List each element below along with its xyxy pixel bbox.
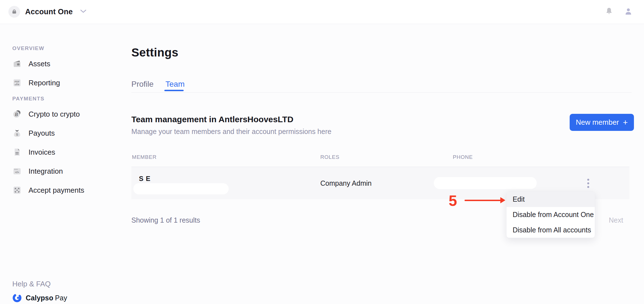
sidebar-item-accept-payments[interactable]: Accept payments: [12, 184, 107, 196]
sidebar-item-crypto-to-crypto[interactable]: B Crypto to crypto: [12, 108, 107, 120]
tabs-divider: [131, 92, 632, 93]
column-header-roles: ROLES: [320, 154, 339, 160]
help-faq-link[interactable]: Help & FAQ: [12, 280, 51, 288]
sidebar-item-assets[interactable]: Assets: [12, 58, 107, 70]
svg-text:PDF: PDF: [15, 80, 20, 83]
member-name-redacted: [133, 183, 229, 194]
moneybag-icon: S: [12, 128, 22, 138]
plus-icon: +: [623, 118, 628, 127]
column-header-phone: PHONE: [453, 154, 473, 160]
bitcoin-icon: B: [12, 109, 22, 119]
column-header-member: MEMBER: [132, 154, 157, 160]
account-avatar: [8, 6, 20, 18]
top-bar: Account One: [0, 0, 644, 24]
member-phone-redacted: [434, 177, 537, 189]
sidebar-item-payouts[interactable]: S Payouts: [12, 127, 107, 139]
page: Account One OVERVIEW: [0, 0, 644, 304]
annotation-arrow: [465, 200, 501, 201]
sidebar-item-label: Reporting: [29, 79, 60, 87]
qr-icon: [12, 185, 22, 195]
row-actions-kebab-icon[interactable]: [584, 176, 593, 190]
menu-item-disable-account-one[interactable]: Disable from Account One: [506, 207, 595, 222]
active-tab-underline: [164, 90, 184, 91]
sidebar-item-label: Assets: [29, 60, 50, 68]
brand-name-secondary: Pay: [55, 294, 67, 302]
row-context-menu: Edit Disable from Account One Disable fr…: [506, 191, 595, 238]
topbar-icons: [605, 0, 633, 24]
menu-item-disable-all-accounts[interactable]: Disable from All accounts: [506, 222, 595, 238]
sidebar-item-invoices[interactable]: Invoices: [12, 146, 107, 158]
wallet-icon: [12, 59, 22, 69]
svg-text:S: S: [16, 133, 18, 136]
team-subheading: Manage your team members and their accou…: [131, 128, 332, 136]
page-title: Settings: [131, 46, 178, 59]
tab-team[interactable]: Team: [165, 80, 184, 89]
tab-profile[interactable]: Profile: [131, 80, 153, 89]
pdf-report-icon: PDF: [12, 78, 22, 88]
new-member-button[interactable]: New member +: [570, 114, 634, 131]
member-initials: S E: [139, 175, 151, 183]
svg-text:B: B: [15, 112, 18, 117]
chevron-down-icon: [80, 9, 87, 15]
menu-item-edit[interactable]: Edit: [506, 192, 595, 207]
brand-logo: CalypsoPay: [12, 293, 67, 303]
sidebar-item-label: Invoices: [29, 148, 55, 157]
sidebar-item-label: Payouts: [29, 129, 55, 138]
brand-name-primary: Calypso: [26, 294, 53, 302]
code-icon: </>: [12, 166, 22, 176]
member-role: Company Admin: [320, 179, 371, 187]
sidebar-item-label: Integration: [29, 167, 63, 176]
briefcase-icon: [11, 8, 18, 15]
svg-text:</>: </>: [15, 171, 19, 174]
account-name: Account One: [25, 8, 73, 16]
sidebar-item-label: Crypto to crypto: [29, 110, 80, 119]
user-icon[interactable]: [624, 7, 633, 17]
account-switcher[interactable]: Account One: [8, 3, 87, 21]
new-member-label: New member: [576, 118, 619, 127]
annotation-arrow-head: [500, 197, 505, 203]
sidebar-item-reporting[interactable]: PDF Reporting: [12, 77, 107, 89]
annotation-step-number: 5: [449, 192, 457, 209]
results-summary: Showing 1 of 1 results: [131, 216, 200, 224]
sidebar-section-payments: PAYMENTS: [12, 96, 44, 102]
sidebar-section-overview: OVERVIEW: [12, 45, 44, 51]
invoice-icon: [12, 147, 22, 157]
team-heading: Team management in AntlersHoovesLTD: [131, 115, 293, 124]
sidebar-item-label: Accept payments: [29, 186, 84, 195]
brand-name: CalypsoPay: [26, 294, 67, 302]
bell-icon[interactable]: [605, 7, 613, 17]
calypso-logo-icon: [12, 293, 22, 303]
sidebar-item-integration[interactable]: </> Integration: [12, 165, 107, 177]
pagination-next-button[interactable]: Next: [609, 216, 623, 224]
